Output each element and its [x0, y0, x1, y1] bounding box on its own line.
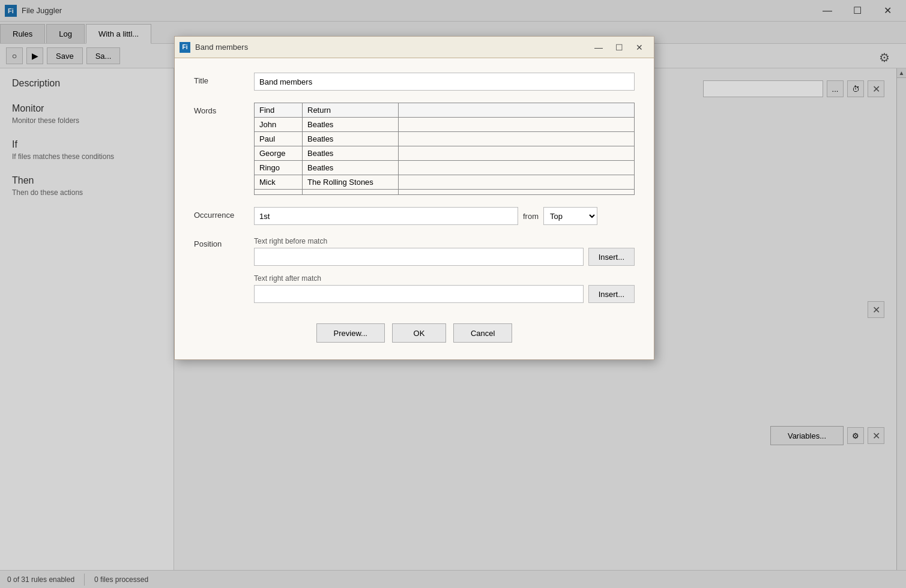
main-window: Fi File Juggler — ☐ ✕ Rules Log With a l…: [0, 0, 906, 588]
occurrence-label: Occurrence: [194, 207, 254, 220]
cell-return-5: [303, 190, 399, 195]
cell-extra-5: [399, 190, 635, 195]
modal-body: Title Words Find Return: [175, 58, 654, 359]
cell-extra-0: [399, 118, 635, 132]
title-label: Title: [194, 73, 254, 85]
cell-extra-2: [399, 146, 635, 161]
modal-maximize-button[interactable]: ☐: [609, 40, 629, 55]
modal-titlebar: Fi Band members — ☐ ✕: [175, 37, 654, 58]
words-table: Find Return John Beatles: [254, 103, 635, 195]
after-match-input[interactable]: [254, 285, 584, 303]
cell-return-3: Beatles: [303, 161, 399, 175]
title-field-row: Title: [194, 73, 635, 91]
title-input[interactable]: [254, 73, 635, 91]
cell-extra-3: [399, 161, 635, 175]
col-header-return: Return: [303, 103, 399, 118]
position-control: Text right before match Insert... Text r…: [254, 237, 635, 311]
cell-extra-4: [399, 175, 635, 190]
cell-find-5: [255, 190, 303, 195]
cell-return-2: Beatles: [303, 146, 399, 161]
position-label: Position: [194, 237, 254, 248]
table-row-empty[interactable]: [255, 190, 635, 195]
table-row[interactable]: Paul Beatles: [255, 132, 635, 146]
occurrence-row: from Top Bottom: [254, 207, 635, 225]
col-header-extra: [399, 103, 635, 118]
table-row[interactable]: Mick The Rolling Stones: [255, 175, 635, 190]
modal-footer: Preview... OK Cancel: [194, 323, 635, 343]
cell-return-4: The Rolling Stones: [303, 175, 399, 190]
occurrence-control: from Top Bottom: [254, 207, 635, 225]
occurrence-input[interactable]: [254, 207, 518, 225]
cell-find-3: Ringo: [255, 161, 303, 175]
cell-return-0: Beatles: [303, 118, 399, 132]
position-field-row: Position Text right before match Insert.…: [194, 237, 635, 311]
col-header-find: Find: [255, 103, 303, 118]
modal-icon: Fi: [180, 42, 190, 53]
after-match-row: Insert...: [254, 285, 635, 303]
modal-minimize-button[interactable]: —: [589, 40, 608, 55]
modal-window-controls: — ☐ ✕: [589, 40, 649, 55]
from-label: from: [523, 212, 539, 221]
modal-overlay: Fi Band members — ☐ ✕ Title: [0, 0, 906, 588]
cell-find-1: Paul: [255, 132, 303, 146]
modal-title: Band members: [195, 43, 589, 52]
cancel-button[interactable]: Cancel: [453, 323, 512, 343]
title-control: [254, 73, 635, 91]
words-label: Words: [194, 103, 254, 115]
preview-button[interactable]: Preview...: [316, 323, 385, 343]
before-insert-button[interactable]: Insert...: [588, 248, 635, 266]
cell-find-0: John: [255, 118, 303, 132]
band-members-dialog: Fi Band members — ☐ ✕ Title: [174, 36, 654, 360]
table-row[interactable]: Ringo Beatles: [255, 161, 635, 175]
table-row[interactable]: John Beatles: [255, 118, 635, 132]
cell-find-4: Mick: [255, 175, 303, 190]
table-row[interactable]: George Beatles: [255, 146, 635, 161]
cell-find-2: George: [255, 146, 303, 161]
after-insert-button[interactable]: Insert...: [588, 285, 635, 303]
cell-extra-1: [399, 132, 635, 146]
before-match-row: Insert...: [254, 248, 635, 266]
table-header-row: Find Return: [255, 103, 635, 118]
ok-button[interactable]: OK: [392, 323, 446, 343]
before-match-label: Text right before match: [254, 237, 635, 245]
after-match-label: Text right after match: [254, 274, 635, 283]
occurrence-field-row: Occurrence from Top Bottom: [194, 207, 635, 225]
cell-return-1: Beatles: [303, 132, 399, 146]
words-control: Find Return John Beatles: [254, 103, 635, 195]
before-match-input[interactable]: [254, 248, 584, 266]
occurrence-select[interactable]: Top Bottom: [543, 207, 597, 225]
words-field-row: Words Find Return: [194, 103, 635, 195]
modal-close-button[interactable]: ✕: [630, 40, 649, 55]
